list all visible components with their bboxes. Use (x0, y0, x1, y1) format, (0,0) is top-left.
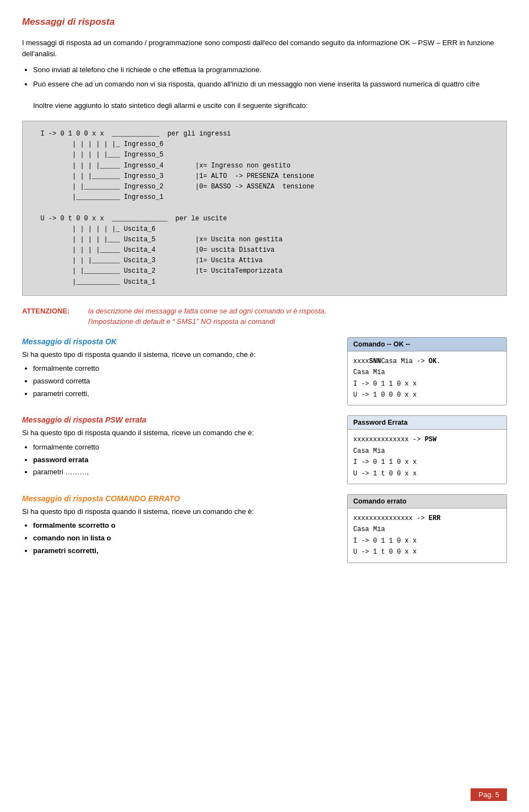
psw-box-header: Password Errata (348, 416, 506, 430)
bullet-2-sub: Inoltre viene aggiunto lo stato sintetic… (33, 101, 308, 110)
errato-right: Comando errato xxxxxxxxxxxxxxx -> ERR Ca… (347, 494, 507, 563)
psw-left: Messaggio di risposta PSW errata Si ha q… (22, 415, 334, 479)
psw-box-line3: I -> 0 1 1 0 x x (353, 458, 417, 466)
attenzione-text: la descrizione dei messaggi e fatta come… (88, 306, 326, 327)
ok-box-header: Comando -- OK -- (348, 338, 506, 351)
ok-bullets: formalmente corretto password corretta p… (33, 363, 334, 399)
ok-box-line1-prefix: xxxx (353, 358, 369, 365)
errato-box-line4: U -> 1 t 0 0 x x (353, 548, 417, 556)
psw-bullet-2: password errata (33, 454, 334, 466)
errato-title: Messaggio di risposta COMANDO ERRATO (22, 494, 334, 503)
ok-cmd-box: Comando -- OK -- xxxxSNNCasa Mia -> OK. … (347, 337, 507, 406)
ok-box-body: xxxxSNNCasa Mia -> OK. Casa Mia I -> 0 1… (348, 351, 506, 405)
ok-box-ok-text: OK (429, 358, 436, 365)
psw-box-psw-text: PSW (425, 436, 437, 443)
bullet-1: Sono inviati al telefono che li richiede… (33, 64, 507, 75)
errato-cmd-box: Comando errato xxxxxxxxxxxxxxx -> ERR Ca… (347, 494, 507, 563)
section-psw: Messaggio di risposta PSW errata Si ha q… (22, 415, 507, 484)
section-errato: Messaggio di risposta COMANDO ERRATO Si … (22, 494, 507, 563)
errato-box-body: xxxxxxxxxxxxxxx -> ERR Casa Mia I -> 0 1… (348, 508, 506, 562)
psw-right: Password Errata xxxxxxxxxxxxxx -> PSW Ca… (347, 415, 507, 484)
intro-paragraph: I messaggi di risposta ad un comando / p… (22, 37, 507, 59)
page-footer: Pag. 5 (471, 788, 507, 801)
psw-box-line4: U -> 1 t 0 0 x x (353, 470, 417, 478)
ok-box-line1-end: . (436, 358, 440, 365)
psw-bullet-3: parametri ………, (33, 467, 334, 478)
errato-box-line1-prefix: xxxxxxxxxxxxxxx -> (353, 515, 429, 522)
errato-box-err-text: ERR (429, 515, 441, 522)
errato-bullets: formalmente scorretto o comando non in l… (33, 520, 334, 556)
ok-title: Messaggio di risposta OK (22, 337, 334, 346)
errato-bullet-3: parametri scorretti, (33, 545, 334, 557)
errato-bullet-1: formalmente scorretto o (33, 520, 334, 532)
psw-title: Messaggio di risposta PSW errata (22, 415, 334, 424)
psw-desc: Si ha questo tipo di risposta quando il … (22, 427, 334, 439)
ok-box-line4: U -> 1 0 0 0 x x (353, 391, 417, 399)
ok-box-line2: Casa Mia (353, 369, 385, 376)
psw-box-line1-prefix: xxxxxxxxxxxxxx -> (353, 436, 425, 443)
psw-bullet-1: formalmente corretto (33, 442, 334, 453)
bullet-2: Può essere che ad un comando non vi sia … (33, 79, 507, 111)
attenzione-label: ATTENZIONE: (22, 306, 88, 327)
errato-bullet-2: comando non in lista o (33, 533, 334, 544)
ok-box-line3: I -> 0 1 1 0 x x (353, 380, 417, 388)
psw-box-line2: Casa Mia (353, 447, 385, 455)
intro-bullets: Sono inviati al telefono che li richiede… (33, 64, 507, 111)
code-block-main: I -> 0 1 0 0 x x ____________ per gli in… (22, 121, 507, 296)
ok-box-snn: SNN (369, 358, 381, 365)
ok-left: Messaggio di risposta OK Si ha questo ti… (22, 337, 334, 401)
errato-box-line2: Casa Mia (353, 526, 385, 533)
errato-left: Messaggio di risposta COMANDO ERRATO Si … (22, 494, 334, 558)
psw-bullets: formalmente corretto password errata par… (33, 442, 334, 478)
ok-right: Comando -- OK -- xxxxSNNCasa Mia -> OK. … (347, 337, 507, 406)
ok-bullet-1: formalmente corretto (33, 363, 334, 375)
bullet-2-main: Può essere che ad un comando non vi sia … (33, 80, 479, 88)
errato-box-header: Comando errato (348, 495, 506, 508)
ok-bullet-2: password corretta (33, 376, 334, 387)
psw-box-body: xxxxxxxxxxxxxx -> PSW Casa Mia I -> 0 1 … (348, 430, 506, 484)
ok-bullet-3: parametri corretti, (33, 388, 334, 400)
errato-desc: Si ha questo tipo di risposta quando il … (22, 506, 334, 517)
ok-desc: Si ha questo tipo di risposta quando il … (22, 349, 334, 360)
page-content: Messaggi di risposta I messaggi di rispo… (0, 0, 529, 606)
page-title: Messaggi di risposta (22, 17, 507, 28)
ok-box-line1-mid: Casa Mia -> (381, 358, 428, 365)
attenzione-block: ATTENZIONE: la descrizione dei messaggi … (22, 306, 507, 327)
psw-cmd-box: Password Errata xxxxxxxxxxxxxx -> PSW Ca… (347, 415, 507, 484)
section-ok: Messaggio di risposta OK Si ha questo ti… (22, 337, 507, 406)
errato-box-line3: I -> 0 1 1 0 x x (353, 537, 417, 545)
